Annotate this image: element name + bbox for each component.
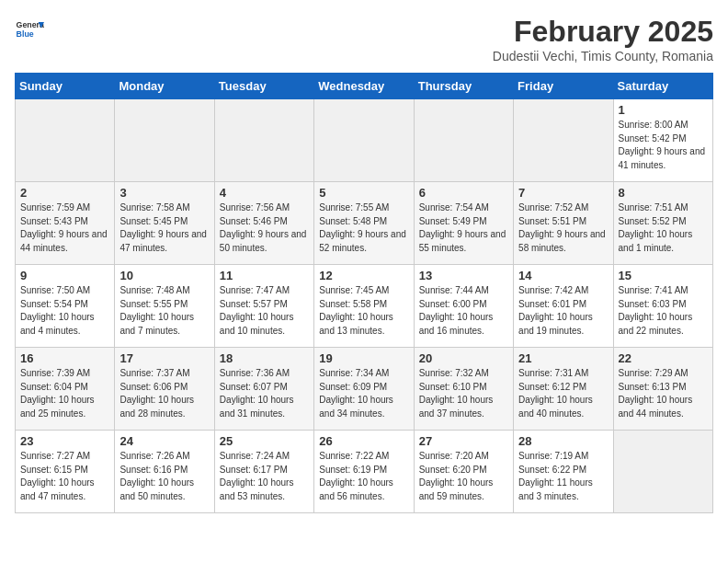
day-info: Sunrise: 7:58 AM Sunset: 5:45 PM Dayligh… — [119, 201, 209, 255]
day-info: Sunrise: 7:51 AM Sunset: 5:52 PM Dayligh… — [619, 201, 708, 255]
calendar-day-cell: 21Sunrise: 7:31 AM Sunset: 6:12 PM Dayli… — [514, 348, 613, 431]
logo: General Blue — [15, 15, 44, 44]
title-block: February 2025 Dudestii Vechi, Timis Coun… — [493, 15, 713, 63]
day-info: Sunrise: 7:48 AM Sunset: 5:55 PM Dayligh… — [119, 284, 209, 338]
day-number: 11 — [220, 269, 309, 282]
day-info: Sunrise: 7:44 AM Sunset: 6:00 PM Dayligh… — [419, 284, 508, 338]
calendar-day-cell: 26Sunrise: 7:22 AM Sunset: 6:19 PM Dayli… — [314, 431, 414, 513]
calendar-day-cell: 3Sunrise: 7:58 AM Sunset: 5:45 PM Daylig… — [115, 182, 214, 265]
day-number: 17 — [119, 351, 209, 365]
calendar-day-cell: 24Sunrise: 7:26 AM Sunset: 6:16 PM Dayli… — [115, 431, 214, 513]
day-info: Sunrise: 7:42 AM Sunset: 6:01 PM Dayligh… — [518, 284, 608, 338]
day-info: Sunrise: 7:47 AM Sunset: 5:57 PM Dayligh… — [220, 284, 309, 338]
day-info: Sunrise: 7:34 AM Sunset: 6:09 PM Dayligh… — [319, 367, 408, 420]
weekday-header-row: SundayMondayTuesdayWednesdayThursdayFrid… — [16, 74, 713, 99]
calendar-header: SundayMondayTuesdayWednesdayThursdayFrid… — [16, 74, 713, 99]
day-number: 16 — [20, 351, 109, 365]
calendar-day-cell: 25Sunrise: 7:24 AM Sunset: 6:17 PM Dayli… — [214, 431, 313, 513]
calendar-day-cell — [115, 99, 214, 182]
calendar-table: SundayMondayTuesdayWednesdayThursdayFrid… — [15, 73, 713, 513]
day-number: 22 — [619, 351, 708, 365]
day-info: Sunrise: 7:27 AM Sunset: 6:15 PM Dayligh… — [20, 450, 109, 503]
day-number: 25 — [220, 434, 309, 448]
calendar-day-cell: 11Sunrise: 7:47 AM Sunset: 5:57 PM Dayli… — [214, 265, 313, 348]
weekday-header-monday: Monday — [115, 74, 214, 99]
day-info: Sunrise: 7:56 AM Sunset: 5:46 PM Dayligh… — [220, 201, 309, 255]
calendar-day-cell: 27Sunrise: 7:20 AM Sunset: 6:20 PM Dayli… — [414, 431, 513, 513]
day-number: 8 — [619, 186, 708, 200]
day-number: 4 — [220, 186, 309, 200]
day-info: Sunrise: 7:50 AM Sunset: 5:54 PM Dayligh… — [20, 284, 109, 338]
calendar-day-cell: 15Sunrise: 7:41 AM Sunset: 6:03 PM Dayli… — [613, 265, 712, 348]
calendar-day-cell: 22Sunrise: 7:29 AM Sunset: 6:13 PM Dayli… — [613, 348, 712, 431]
day-number: 3 — [119, 186, 209, 200]
calendar-title: February 2025 — [493, 15, 713, 49]
calendar-day-cell: 2Sunrise: 7:59 AM Sunset: 5:43 PM Daylig… — [16, 182, 115, 265]
calendar-subtitle: Dudestii Vechi, Timis County, Romania — [493, 49, 713, 63]
weekday-header-thursday: Thursday — [414, 74, 513, 99]
calendar-day-cell — [414, 99, 513, 182]
day-number: 6 — [419, 186, 508, 200]
calendar-day-cell: 18Sunrise: 7:36 AM Sunset: 6:07 PM Dayli… — [214, 348, 313, 431]
day-info: Sunrise: 7:39 AM Sunset: 6:04 PM Dayligh… — [20, 367, 109, 420]
day-number: 18 — [220, 351, 309, 365]
day-number: 19 — [319, 351, 408, 365]
calendar-day-cell — [514, 99, 613, 182]
calendar-day-cell: 8Sunrise: 7:51 AM Sunset: 5:52 PM Daylig… — [613, 182, 712, 265]
day-number: 15 — [619, 269, 708, 282]
day-info: Sunrise: 7:26 AM Sunset: 6:16 PM Dayligh… — [119, 450, 209, 503]
day-info: Sunrise: 7:59 AM Sunset: 5:43 PM Dayligh… — [20, 201, 109, 255]
day-info: Sunrise: 7:52 AM Sunset: 5:51 PM Dayligh… — [518, 201, 608, 255]
calendar-week-row: 2Sunrise: 7:59 AM Sunset: 5:43 PM Daylig… — [16, 182, 713, 265]
calendar-body: 1Sunrise: 8:00 AM Sunset: 5:42 PM Daylig… — [16, 99, 713, 513]
day-info: Sunrise: 7:32 AM Sunset: 6:10 PM Dayligh… — [419, 367, 508, 420]
day-number: 2 — [20, 186, 109, 200]
day-info: Sunrise: 7:19 AM Sunset: 6:22 PM Dayligh… — [518, 450, 608, 503]
calendar-day-cell: 4Sunrise: 7:56 AM Sunset: 5:46 PM Daylig… — [214, 182, 313, 265]
weekday-header-tuesday: Tuesday — [214, 74, 313, 99]
calendar-day-cell: 20Sunrise: 7:32 AM Sunset: 6:10 PM Dayli… — [414, 348, 513, 431]
calendar-week-row: 9Sunrise: 7:50 AM Sunset: 5:54 PM Daylig… — [16, 265, 713, 348]
weekday-header-saturday: Saturday — [613, 74, 712, 99]
day-info: Sunrise: 7:20 AM Sunset: 6:20 PM Dayligh… — [419, 450, 508, 503]
day-number: 24 — [119, 434, 209, 448]
calendar-day-cell: 9Sunrise: 7:50 AM Sunset: 5:54 PM Daylig… — [16, 265, 115, 348]
day-number: 27 — [419, 434, 508, 448]
calendar-day-cell — [613, 431, 712, 513]
day-info: Sunrise: 7:29 AM Sunset: 6:13 PM Dayligh… — [619, 367, 708, 420]
day-info: Sunrise: 7:41 AM Sunset: 6:03 PM Dayligh… — [619, 284, 708, 338]
day-number: 5 — [319, 186, 408, 200]
calendar-week-row: 1Sunrise: 8:00 AM Sunset: 5:42 PM Daylig… — [16, 99, 713, 182]
day-info: Sunrise: 7:37 AM Sunset: 6:06 PM Dayligh… — [119, 367, 209, 420]
calendar-day-cell: 16Sunrise: 7:39 AM Sunset: 6:04 PM Dayli… — [16, 348, 115, 431]
day-number: 23 — [20, 434, 109, 448]
day-info: Sunrise: 7:24 AM Sunset: 6:17 PM Dayligh… — [220, 450, 309, 503]
day-number: 20 — [419, 351, 508, 365]
calendar-week-row: 16Sunrise: 7:39 AM Sunset: 6:04 PM Dayli… — [16, 348, 713, 431]
calendar-day-cell: 14Sunrise: 7:42 AM Sunset: 6:01 PM Dayli… — [514, 265, 613, 348]
day-info: Sunrise: 7:55 AM Sunset: 5:48 PM Dayligh… — [319, 201, 408, 255]
calendar-day-cell: 6Sunrise: 7:54 AM Sunset: 5:49 PM Daylig… — [414, 182, 513, 265]
day-number: 10 — [119, 269, 209, 282]
calendar-day-cell — [16, 99, 115, 182]
day-info: Sunrise: 7:54 AM Sunset: 5:49 PM Dayligh… — [419, 201, 508, 255]
calendar-day-cell: 28Sunrise: 7:19 AM Sunset: 6:22 PM Dayli… — [514, 431, 613, 513]
calendar-day-cell: 7Sunrise: 7:52 AM Sunset: 5:51 PM Daylig… — [514, 182, 613, 265]
day-number: 9 — [20, 269, 109, 282]
day-number: 21 — [518, 351, 608, 365]
day-number: 14 — [518, 269, 608, 282]
calendar-day-cell: 19Sunrise: 7:34 AM Sunset: 6:09 PM Dayli… — [314, 348, 414, 431]
day-number: 13 — [419, 269, 508, 282]
calendar-day-cell: 17Sunrise: 7:37 AM Sunset: 6:06 PM Dayli… — [115, 348, 214, 431]
calendar-day-cell: 23Sunrise: 7:27 AM Sunset: 6:15 PM Dayli… — [16, 431, 115, 513]
day-info: Sunrise: 7:45 AM Sunset: 5:58 PM Dayligh… — [319, 284, 408, 338]
weekday-header-wednesday: Wednesday — [314, 74, 414, 99]
calendar-day-cell: 12Sunrise: 7:45 AM Sunset: 5:58 PM Dayli… — [314, 265, 414, 348]
calendar-day-cell — [214, 99, 313, 182]
day-info: Sunrise: 8:00 AM Sunset: 5:42 PM Dayligh… — [619, 119, 708, 172]
svg-text:Blue: Blue — [17, 29, 34, 39]
day-info: Sunrise: 7:31 AM Sunset: 6:12 PM Dayligh… — [518, 367, 608, 420]
calendar-week-row: 23Sunrise: 7:27 AM Sunset: 6:15 PM Dayli… — [16, 431, 713, 513]
weekday-header-sunday: Sunday — [16, 74, 115, 99]
calendar-day-cell — [314, 99, 414, 182]
